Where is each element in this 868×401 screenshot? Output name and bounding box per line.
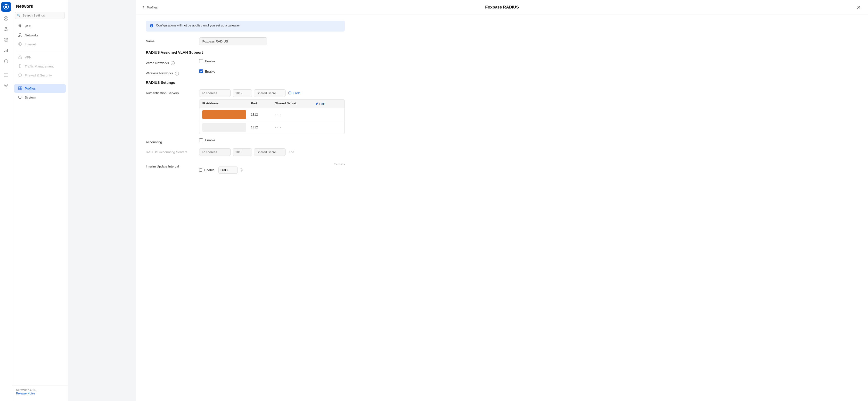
interim-inputs: Seconds Enable (199, 163, 345, 174)
wireless-enable-label: Enable (205, 70, 215, 73)
ip-orange-block (202, 110, 246, 119)
search-container: 🔍 (15, 12, 65, 19)
globe-icon (18, 42, 22, 47)
svg-point-11 (6, 39, 6, 40)
port-cell-1: 1812 (251, 113, 275, 116)
svg-point-53 (241, 169, 242, 170)
svg-line-24 (19, 35, 20, 36)
sidebar-item-traffic-label: Traffic Management (25, 64, 54, 68)
col-ip: IP Address (202, 102, 251, 106)
svg-rect-22 (21, 36, 22, 37)
svg-point-19 (20, 27, 20, 27)
svg-line-7 (5, 29, 6, 30)
interim-label: Interim Update Interval (146, 163, 194, 168)
sidebar-item-system[interactable]: System (14, 93, 66, 102)
server-table: IP Address Port Shared Secret Edit (199, 99, 345, 134)
svg-rect-13 (6, 50, 6, 52)
networks-icon (18, 33, 22, 38)
edit-label: Edit (319, 102, 324, 106)
app-nav-topology[interactable] (1, 24, 11, 34)
auth-port-input[interactable] (232, 89, 252, 97)
col-secret: Shared Secret (275, 102, 314, 106)
radius-accounting-control: Add (199, 148, 345, 158)
svg-rect-36 (20, 87, 22, 88)
svg-point-18 (5, 85, 7, 86)
radius-accounting-label: RADIUS Accounting Servers (146, 148, 194, 154)
accounting-label: Accounting (146, 138, 194, 144)
search-input[interactable] (15, 12, 65, 19)
wireless-info-icon[interactable]: i (175, 71, 179, 76)
interim-enable-label: Enable (204, 168, 214, 172)
radius-accounting-servers-row: RADIUS Accounting Servers Add (146, 148, 345, 158)
app-logo-btn[interactable] (1, 2, 11, 12)
seconds-label: Seconds (199, 163, 345, 166)
panel-back-button[interactable]: Profiles (142, 6, 158, 9)
secret-cell-1: ···· (275, 113, 314, 116)
auth-servers-control: + Add IP Address Port Shared Secret (199, 89, 345, 134)
app-nav-settings[interactable] (1, 81, 11, 90)
sidebar-item-profiles[interactable]: Profiles (14, 84, 66, 93)
sidebar-footer: Network 7.4.162 Release Notes (12, 385, 68, 398)
accounting-add-button: Add (287, 149, 295, 155)
interim-seconds-input[interactable] (218, 167, 238, 174)
secret-cell-2: ···· (275, 125, 314, 130)
accounting-enable-label: Enable (205, 138, 215, 142)
interim-enable-checkbox[interactable] (199, 168, 202, 172)
sidebar-item-internet-label: Internet (25, 42, 36, 46)
wired-info-icon[interactable]: i (171, 61, 175, 65)
wireless-enable-checkbox[interactable] (199, 69, 203, 73)
accounting-ip-input[interactable] (199, 148, 231, 156)
panel-back-label: Profiles (147, 6, 158, 9)
app-nav-target[interactable] (1, 35, 11, 45)
version-label: Network 7.4.162 (16, 389, 64, 392)
svg-point-30 (20, 58, 21, 58)
interim-info-icon (240, 168, 243, 172)
info-banner-text: Configurations will not be applied until… (156, 24, 240, 27)
svg-point-6 (6, 30, 8, 31)
sidebar: Network 🔍 WiFi Netwo (12, 0, 68, 401)
accounting-port-input[interactable] (232, 148, 252, 156)
accounting-row: Accounting Enable (146, 138, 345, 144)
wired-enable-checkbox[interactable] (199, 59, 203, 63)
vpn-icon (18, 55, 22, 60)
release-notes-link[interactable]: Release Notes (16, 392, 35, 395)
app-nav-dashboard[interactable] (1, 13, 11, 23)
svg-point-33 (20, 66, 20, 66)
ip-cell-2 (202, 123, 246, 132)
server-table-header: IP Address Port Shared Secret Edit (199, 99, 344, 108)
sidebar-item-wifi[interactable]: WiFi (14, 22, 66, 31)
search-icon: 🔍 (17, 14, 21, 17)
sidebar-item-networks[interactable]: Networks (14, 31, 66, 39)
col-port: Port (251, 102, 275, 106)
wired-networks-label: Wired Networks i (146, 59, 194, 65)
accounting-secret-input[interactable] (254, 148, 285, 156)
edit-button[interactable]: Edit (314, 102, 326, 106)
svg-rect-35 (19, 87, 20, 88)
main-area: Profiles Foxpass RADIUS (68, 0, 868, 401)
app-nav-shield[interactable] (1, 56, 11, 66)
auth-add-button[interactable]: + Add (287, 90, 302, 96)
svg-rect-14 (7, 49, 8, 52)
interim-control: Seconds Enable (199, 163, 345, 174)
auth-secret-input[interactable] (254, 89, 285, 97)
panel-close-button[interactable] (856, 4, 862, 11)
accounting-add-label: Add (288, 150, 294, 154)
svg-point-1 (5, 6, 7, 8)
app-icon-bar (0, 0, 12, 401)
radius-vlan-section-title: RADIUS Assigned VLAN Support (146, 50, 345, 55)
auth-ip-input[interactable] (199, 89, 231, 97)
sidebar-item-vpn: VPN (14, 53, 66, 62)
svg-point-32 (20, 65, 20, 65)
accounting-control: Enable (199, 138, 345, 142)
app-nav-stats[interactable] (1, 46, 11, 55)
auth-servers-row: Authentication Servers (146, 89, 345, 134)
svg-line-8 (6, 29, 7, 30)
svg-point-5 (4, 30, 5, 31)
accounting-enable-checkbox[interactable] (199, 138, 203, 142)
sidebar-item-profiles-label: Profiles (25, 87, 36, 90)
svg-rect-39 (19, 96, 22, 98)
name-input[interactable] (199, 37, 267, 46)
svg-rect-37 (19, 88, 20, 90)
sidebar-item-networks-label: Networks (25, 33, 38, 37)
app-nav-list[interactable] (1, 70, 11, 80)
